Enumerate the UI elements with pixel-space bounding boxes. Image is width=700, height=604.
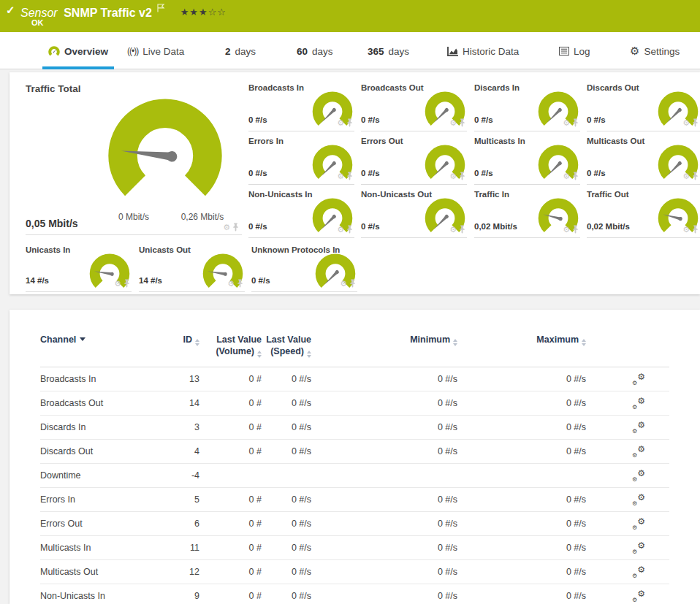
tab-2-days[interactable]: 2days: [224, 41, 257, 69]
cell-last-value-speed: 0 #/s: [262, 422, 311, 432]
channel-settings-button[interactable]: ⚙⚙: [632, 446, 645, 457]
channel-settings-button[interactable]: ⚙⚙: [632, 421, 645, 433]
gear-icon: ⚙: [682, 226, 690, 234]
channel-settings-button[interactable]: ⚙⚙: [632, 590, 645, 602]
tab-label: days: [312, 46, 333, 57]
gauge-title: Errors In: [248, 137, 284, 145]
tile-actions[interactable]: ⚙: [563, 118, 579, 127]
tab-live-data[interactable]: ((•))Live Data: [126, 41, 186, 69]
tile-actions[interactable]: ⚙: [563, 225, 579, 234]
cell-channel[interactable]: Broadcasts In: [40, 374, 164, 384]
tab-60-days[interactable]: 60days: [295, 41, 335, 69]
gauge-title: Non-Unicasts In: [248, 190, 313, 199]
gauge-tile-traffic-out[interactable]: Traffic Out 0,02 Mbit/s ⚙: [587, 188, 700, 238]
tab-365-days[interactable]: 365days: [366, 41, 411, 69]
gauge-title: Unicasts In: [26, 245, 70, 254]
cell-last-value-speed: 0 #/s: [262, 591, 311, 601]
gauge-tile-multicasts-out[interactable]: Multicasts Out 0 #/s ⚙: [587, 135, 700, 185]
cell-last-value-speed: 0 #/s: [262, 567, 311, 577]
gauge-title: Broadcasts Out: [361, 83, 424, 92]
cell-channel[interactable]: Multicasts Out: [40, 567, 164, 577]
cell-id: 5: [164, 494, 199, 505]
column-header-maximum[interactable]: Maximum: [457, 334, 586, 346]
gauge-tile-traffic-in[interactable]: Traffic In 0,02 Mbit/s ⚙: [474, 188, 580, 238]
gear-icon: ⚙: [223, 223, 230, 232]
cell-channel[interactable]: Downtime: [40, 470, 164, 481]
column-header-id[interactable]: ID: [164, 334, 199, 346]
tile-actions[interactable]: ⚙: [223, 223, 239, 232]
tab-log[interactable]: Log: [558, 41, 592, 69]
tab-label: Live Data: [142, 46, 184, 57]
gauge-tile-errors-out[interactable]: Errors Out 0 #/s ⚙: [361, 135, 467, 185]
gauge-tile-multicasts-in[interactable]: Multicasts In 0 #/s ⚙: [474, 135, 580, 185]
gear-icon: ⚙: [563, 119, 570, 127]
column-header-last-value-volume[interactable]: Last Value(Volume): [199, 334, 262, 358]
tab-historic-data[interactable]: Historic Data: [446, 41, 520, 69]
tab-bar: Overview((•))Live Data2days60days365days…: [0, 32, 700, 69]
column-header-last-value-speed[interactable]: Last Value(Speed): [262, 334, 311, 358]
gauge-tile-errors-in[interactable]: Errors In 0 #/s ⚙: [248, 135, 354, 185]
cell-channel[interactable]: Non-Unicasts In: [40, 591, 164, 601]
channel-settings-button[interactable]: ⚙⚙: [632, 542, 645, 554]
tab-overview[interactable]: Overview: [47, 41, 110, 69]
gauge-tile-unicasts-out[interactable]: Unicasts Out 14 #/s ⚙: [139, 244, 245, 292]
priority-stars[interactable]: ★★★☆☆: [180, 7, 227, 18]
tile-actions[interactable]: ⚙: [337, 225, 353, 234]
cell-id: 12: [164, 567, 199, 577]
gauge-title: Traffic Total: [26, 83, 81, 94]
gauge-tile-unknown-protocols-in[interactable]: Unknown Protocols In 0 #/s ⚙: [251, 244, 357, 292]
cell-channel[interactable]: Broadcasts Out: [40, 398, 164, 408]
pin-icon: [572, 118, 579, 127]
gauge-tile-broadcasts-in[interactable]: Broadcasts In 0 #/s ⚙: [248, 82, 354, 131]
column-header-channel[interactable]: Channel: [40, 334, 164, 345]
channel-settings-button[interactable]: ⚙⚙: [632, 494, 645, 505]
channel-settings-button[interactable]: ⚙⚙: [632, 518, 645, 530]
cell-channel[interactable]: Errors Out: [40, 519, 164, 529]
cell-last-value-volume: 0 #: [199, 422, 262, 432]
tile-actions[interactable]: ⚙: [682, 172, 699, 180]
cell-channel[interactable]: Multicasts In: [40, 543, 164, 553]
tile-actions[interactable]: ⚙: [337, 172, 353, 180]
pin-icon: [572, 172, 579, 180]
gauge-tile-discards-in[interactable]: Discards In 0 #/s ⚙: [474, 82, 580, 131]
channel-settings-button[interactable]: ⚙⚙: [632, 373, 645, 385]
tile-actions[interactable]: ⚙: [114, 279, 130, 288]
cell-channel[interactable]: Discards In: [40, 422, 164, 432]
tile-actions[interactable]: ⚙: [337, 118, 353, 127]
cell-last-value-volume: 0 #: [199, 591, 262, 601]
cell-channel[interactable]: Discards Out: [40, 446, 164, 456]
gauge-tile-discards-out[interactable]: Discards Out 0 #/s ⚙: [587, 82, 700, 131]
cell-last-value-volume: 0 #: [199, 494, 262, 505]
gauge-tile-broadcasts-out[interactable]: Broadcasts Out 0 #/s ⚙: [361, 82, 467, 131]
tile-actions[interactable]: ⚙: [682, 225, 699, 234]
cell-last-value-speed: 0 #/s: [262, 519, 311, 529]
tile-actions[interactable]: ⚙: [449, 172, 465, 180]
tile-actions[interactable]: ⚙: [682, 118, 699, 127]
gauge-tile-traffic-total[interactable]: Traffic Total 0 Mbit/s 0,26 Mbit/s 0,05 …: [26, 82, 242, 235]
pin-icon: [459, 172, 465, 180]
tile-actions[interactable]: ⚙: [563, 172, 579, 180]
channel-settings-button[interactable]: ⚙⚙: [632, 566, 645, 578]
tile-actions[interactable]: ⚙: [449, 118, 465, 127]
pin-icon: [346, 225, 353, 234]
tab-number: 365: [368, 46, 384, 57]
gauge-title: Errors Out: [361, 137, 403, 145]
channel-settings-button[interactable]: ⚙⚙: [632, 470, 645, 481]
flag-icon[interactable]: [157, 2, 165, 15]
gauge-tile-unicasts-in[interactable]: Unicasts In 14 #/s ⚙: [26, 244, 132, 292]
column-header-minimum[interactable]: Minimum: [311, 334, 457, 346]
gauge-tile-non-unicasts-in[interactable]: Non-Unicasts In 0 #/s ⚙: [248, 188, 354, 238]
cell-channel[interactable]: Errors In: [40, 494, 164, 505]
gear-icon: ⚙: [449, 119, 457, 127]
gauge-min-label: 0 Mbit/s: [118, 212, 149, 222]
tile-actions[interactable]: ⚙: [340, 279, 356, 288]
gauge-tile-non-unicasts-out[interactable]: Non-Unicasts Out 0 #/s ⚙: [361, 188, 467, 238]
channel-settings-button[interactable]: ⚙⚙: [632, 397, 645, 409]
gauge-value: 0 #/s: [474, 169, 493, 177]
cell-minimum: 0 #/s: [311, 398, 457, 408]
tile-actions[interactable]: ⚙: [227, 279, 243, 288]
tab-settings[interactable]: ⚙Settings: [628, 41, 681, 69]
cell-last-value-speed: 0 #/s: [262, 543, 311, 553]
tile-actions[interactable]: ⚙: [449, 225, 465, 234]
gear-icon: ⚙: [682, 119, 690, 127]
